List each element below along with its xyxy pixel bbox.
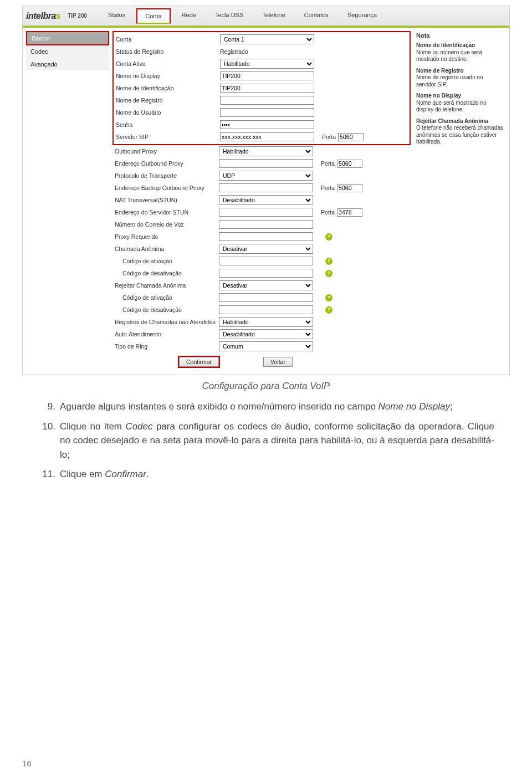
text-input[interactable] (220, 108, 314, 117)
field-control (219, 257, 321, 265)
field-control (220, 96, 322, 105)
text-input[interactable] (219, 183, 313, 192)
select-input[interactable]: Desabilitado (219, 195, 313, 205)
form-row: Número do Correio de Voz (112, 218, 411, 231)
porta-input[interactable] (337, 160, 362, 168)
instruction-text: Aguarde alguns instantes e será exibido … (60, 401, 453, 412)
field-label: Nome de Identificação (114, 85, 220, 91)
note-item: Rejeitar Chamada AnônimaO telefone não r… (416, 118, 504, 146)
tab-segurança[interactable]: Segurança (340, 8, 385, 24)
help-icon[interactable]: ? (325, 270, 332, 277)
form-row: Proxy Requerido? (112, 231, 411, 243)
text-input[interactable] (219, 159, 313, 168)
text-input[interactable] (219, 208, 313, 217)
field-extra: ? (321, 306, 332, 314)
field-extra: Porta (321, 160, 362, 168)
page-number: 16 (22, 759, 32, 768)
form-row: Código de ativação? (112, 255, 411, 267)
field-label: Protocolo de Transporte (112, 172, 219, 179)
text-input[interactable] (219, 269, 313, 278)
note-item: Nome de IdentificaçãoNome ou número que … (416, 42, 504, 63)
text-input[interactable] (220, 96, 314, 105)
field-extra: Porta (321, 184, 362, 192)
select-input[interactable]: Desabilitado (219, 329, 313, 339)
select-input[interactable]: Habilitado (220, 59, 314, 69)
field-label: Rejeitar Chamada Anônima (112, 282, 219, 289)
help-icon[interactable]: ? (325, 233, 332, 240)
app-screenshot: intelbras TIP 200 StatusContaRedeTecla D… (22, 6, 510, 375)
sidebar-item-avançado[interactable]: Avançado (26, 58, 109, 71)
tab-telefone[interactable]: Telefone (254, 8, 293, 24)
select-input[interactable]: Habilitado (219, 317, 313, 327)
field-label: NAT Transversal(STUN) (112, 197, 219, 203)
field-label: Status de Registro (114, 48, 220, 55)
form-row: Endereço Outbound ProxyPorta (112, 157, 411, 170)
field-control: Conta 1 (220, 34, 322, 44)
tab-status[interactable]: Status (100, 8, 133, 24)
field-label: Chamada Anônima (112, 245, 219, 252)
text-input[interactable] (219, 220, 313, 229)
tab-conta[interactable]: Conta (136, 8, 170, 24)
field-label: Conta Ativa (114, 60, 220, 67)
form-panel: ContaConta 1Status de RegistroRegistrado… (112, 31, 411, 367)
porta-input[interactable] (337, 208, 362, 217)
note-item: Nome no DisplayNome que será mostrado no… (416, 93, 504, 114)
field-extra: Porta (321, 208, 362, 217)
field-label: Código de ativação (112, 294, 219, 301)
field-control: Habilitado (220, 59, 322, 69)
form-row: Registros de Chamadas não AtendidasHabil… (112, 316, 411, 328)
back-button[interactable]: Voltar (263, 357, 293, 367)
form-row: Nome do Usuário (114, 106, 410, 119)
tab-tecla dss[interactable]: Tecla DSS (207, 8, 251, 24)
field-control: Registrado (220, 48, 322, 55)
field-label: Tipo de Ring (112, 343, 219, 350)
select-input[interactable]: Desativar (219, 244, 313, 254)
porta-input[interactable] (337, 184, 362, 192)
text-input[interactable] (219, 232, 313, 241)
notes-title: Nota (416, 32, 504, 39)
text-input[interactable] (220, 84, 314, 93)
note-item: Nome de RegistroNome de registro usado n… (416, 68, 504, 89)
instructions-block: 9.Aguarde alguns instantes e será exibid… (22, 400, 510, 482)
text-input[interactable] (219, 257, 313, 265)
field-control: Desativar (219, 244, 321, 254)
confirm-button[interactable]: Confirmar (179, 357, 219, 367)
field-control (220, 132, 322, 141)
help-icon[interactable]: ? (325, 258, 332, 265)
porta-label: Porta (321, 185, 335, 191)
form-row: ContaConta 1 (114, 33, 410, 45)
tab-rede[interactable]: Rede (174, 8, 204, 24)
text-input[interactable] (219, 305, 313, 314)
help-icon[interactable]: ? (325, 294, 332, 301)
text-input[interactable] (219, 293, 313, 302)
model-label: TIP 200 (68, 13, 87, 19)
porta-label: Porta (321, 209, 335, 216)
select-input[interactable]: UDP (219, 171, 313, 181)
field-control (219, 159, 321, 168)
notes-panel: Nota Nome de IdentificaçãoNome ou número… (414, 31, 506, 367)
select-input[interactable]: Comum (219, 341, 313, 351)
form-row: Endereço do Servidor STUNPorta (112, 206, 411, 218)
field-extra: ? (321, 294, 332, 301)
form-row: Nome de Identificação (114, 82, 410, 94)
instruction-item: 10.Clique no item Codec para configurar … (38, 419, 494, 462)
select-input[interactable]: Habilitado (219, 146, 313, 156)
field-label: Nome do Usuário (114, 109, 220, 116)
select-input[interactable]: Desativar (219, 280, 313, 290)
select-input[interactable]: Conta 1 (220, 34, 314, 44)
help-icon[interactable]: ? (325, 306, 332, 314)
note-title: Rejeitar Chamada Anônima (416, 118, 504, 125)
field-control: UDP (219, 171, 321, 181)
tab-contatos[interactable]: Contatos (296, 8, 336, 24)
text-input[interactable] (220, 120, 314, 129)
text-input[interactable] (220, 71, 314, 80)
sidebar-item-básico[interactable]: Básico (26, 31, 109, 45)
field-label: Endereço Backup Outbound Proxy (112, 185, 219, 191)
form-row: Código de desativação? (112, 304, 411, 316)
porta-input[interactable] (338, 133, 364, 141)
field-label: Auto-Atendimento: (112, 331, 219, 337)
logo-text: intelbra (26, 11, 56, 21)
logo-accent: s (56, 11, 60, 21)
sidebar-item-codec[interactable]: Codec (26, 45, 109, 58)
text-input[interactable] (220, 132, 314, 141)
